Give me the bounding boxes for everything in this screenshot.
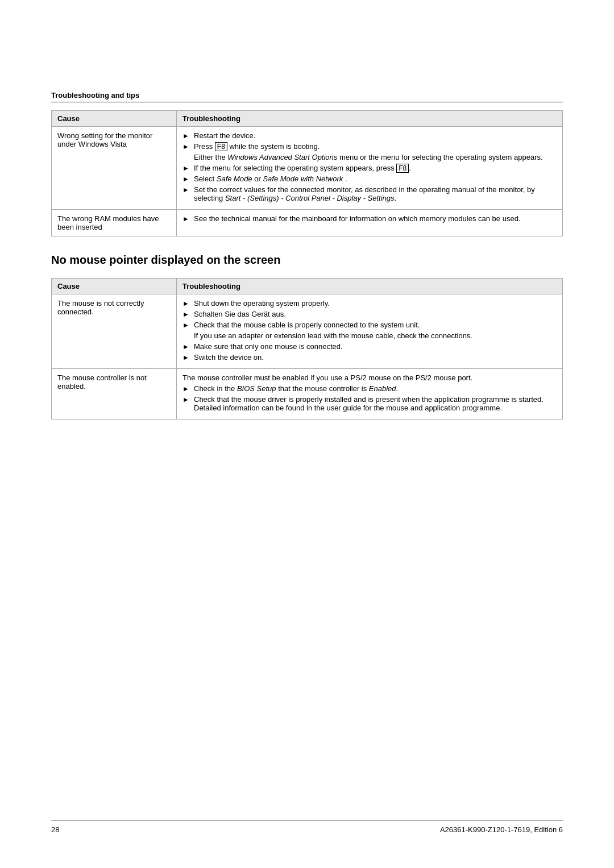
bullet-arrow: ► [182,354,192,362]
cause-cell: The mouse is not correctly connected. [52,294,177,369]
page-number: 28 [51,825,59,834]
italic-text: Enabled [369,384,396,393]
trouble-cell: ► See the technical manual for the mainb… [177,210,563,236]
list-item-text: Restart the device. [194,131,557,140]
bullet-arrow: ► [182,175,192,183]
bullet-arrow: ► [182,343,192,351]
italic-text: BIOS Setup [237,384,276,393]
list-item: ► Check that the mouse driver is properl… [182,395,557,412]
italic-text: Safe Mode [217,175,252,183]
italic-text: Windows Advanced Start Options [227,153,337,161]
key-f8: F8 [396,164,409,173]
bullet-arrow: ► [182,396,192,404]
trouble-cell: ► Shut down the operating system properl… [177,294,563,369]
bullet-arrow: ► [182,164,192,172]
bullet-arrow: ► [182,132,192,140]
italic-text: Start - (Settings) - Control Panel - Dis… [225,194,395,202]
list-item: ► See the technical manual for the mainb… [182,214,557,223]
list-item-text: Set the correct values for the connected… [194,185,557,202]
trouble-cell: The mouse controller must be enabled if … [177,369,563,420]
list-item: ► Select Safe Mode or Safe Mode with Net… [182,175,557,183]
italic-text: Safe Mode with Network [263,175,343,183]
table-row: The mouse is not correctly connected. ► … [52,294,563,369]
list-item: ► Switch the device on. [182,353,557,362]
list-item: ► Press F8 while the system is booting. [182,142,557,151]
bullet-arrow: ► [182,300,192,308]
intro-text: The mouse controller must be enabled if … [182,373,557,382]
footer: 28 A26361-K990-Z120-1-7619, Edition 6 [51,820,563,834]
table-row: The wrong RAM modules have been inserted… [52,210,563,236]
list-item-text: Press F8 while the system is booting. [194,142,557,151]
table-row: The mouse controller is not enabled. The… [52,369,563,420]
list-item: ► If the menu for selecting the operatin… [182,164,557,172]
col-trouble-1: Troubleshooting [177,111,563,127]
cause-cell: The wrong RAM modules have been inserted [52,210,177,236]
list-item: ► Check in the BIOS Setup that the mouse… [182,384,557,393]
list-item-text: Shut down the operating system properly. [194,299,557,308]
list-item-text: Switch the device on. [194,353,557,362]
list-item: ► Check that the mouse cable is properly… [182,321,557,329]
cause-cell: Wrong setting for the monitor under Wind… [52,127,177,210]
list-item-text: If the menu for selecting the operating … [194,164,557,172]
list-item: ► Restart the device. [182,131,557,140]
table-row: Wrong setting for the monitor under Wind… [52,127,563,210]
key-f8: F8 [215,142,227,151]
list-item-text: Check that the mouse cable is properly c… [194,321,557,329]
table-troubleshooting-1: Cause Troubleshooting Wrong setting for … [51,110,563,236]
list-item: ► Set the correct values for the connect… [182,185,557,202]
cause-cell: The mouse controller is not enabled. [52,369,177,420]
list-item: ► Make sure that only one mouse is conne… [182,342,557,351]
list-item-text: Check that the mouse driver is properly … [194,395,557,412]
plain-text: If you use an adapter or extension lead … [194,331,557,340]
section1-heading: Troubleshooting and tips [51,91,563,102]
bullet-arrow: ► [182,310,192,318]
col-cause-2: Cause [52,279,177,294]
bullet-arrow: ► [182,143,192,151]
bullet-arrow: ► [182,321,192,329]
col-cause-1: Cause [52,111,177,127]
bullet-arrow: ► [182,385,192,393]
plain-text: Either the Windows Advanced Start Option… [194,153,557,161]
list-item-text: Make sure that only one mouse is connect… [194,342,557,351]
list-item: ► Shut down the operating system properl… [182,299,557,308]
list-item-text: See the technical manual for the mainboa… [194,214,557,223]
bullet-arrow: ► [182,186,192,194]
edition-text: A26361-K990-Z120-1-7619, Edition 6 [440,825,563,834]
table-troubleshooting-2: Cause Troubleshooting The mouse is not c… [51,278,563,420]
col-trouble-2: Troubleshooting [177,279,563,294]
bullet-arrow: ► [182,215,192,223]
list-item: ► Schalten Sie das Gerät aus. [182,310,557,318]
section2-heading: No mouse pointer displayed on the screen [51,254,563,267]
trouble-cell: ► Restart the device. ► Press F8 while t… [177,127,563,210]
list-item-text: Select Safe Mode or Safe Mode with Netwo… [194,175,557,183]
list-item-text: Schalten Sie das Gerät aus. [194,310,557,318]
page: Troubleshooting and tips Cause Troublesh… [0,0,614,868]
list-item-text: Check in the BIOS Setup that the mouse c… [194,384,557,393]
